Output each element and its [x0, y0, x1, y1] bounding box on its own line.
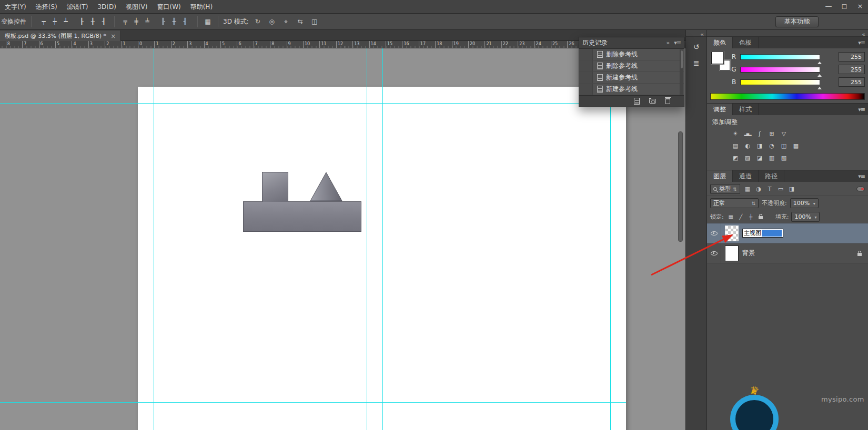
channel-value-field[interactable]: 255	[839, 65, 865, 74]
new-snapshot-button[interactable]	[649, 99, 656, 104]
slider-track[interactable]	[740, 67, 820, 73]
color-panel-tab-1[interactable]: 颜色	[707, 37, 733, 48]
menu-item-6[interactable]: 窗口(W)	[152, 0, 185, 14]
layer-visibility-cell[interactable]	[707, 223, 721, 243]
vibrance-icon[interactable]: ▽	[779, 129, 789, 139]
layers-panel-tab-1[interactable]: 图层	[707, 170, 733, 182]
channel-value-field[interactable]: 255	[839, 77, 865, 87]
3d-scale-icon[interactable]: ◫	[309, 16, 320, 27]
channel-mixer-icon[interactable]: ◫	[779, 141, 789, 151]
history-state-row[interactable]: 删除参考线	[579, 49, 684, 60]
history-state-row[interactable]: 删除参考线	[579, 60, 684, 72]
align-horizontal-centers-icon[interactable]: ╂	[87, 16, 98, 27]
distribute-top-edges-icon[interactable]: ╤	[120, 16, 130, 27]
color-lookup-icon[interactable]: ▦	[791, 141, 801, 151]
photo-filter-icon[interactable]: ◔	[766, 141, 777, 151]
panel-menu-icon[interactable]	[858, 173, 865, 180]
properties-panel-button[interactable]: ≣	[689, 56, 704, 70]
workspace-switcher-button[interactable]: 基本功能	[775, 16, 819, 27]
guide-horizontal[interactable]	[0, 402, 626, 403]
3d-rotate-icon[interactable]: ↻	[253, 16, 263, 27]
distribute-vertical-centers-icon[interactable]: ╪	[131, 16, 142, 27]
hue-saturation-icon[interactable]: ▤	[730, 141, 741, 151]
lock-transparency-icon[interactable]: ▦	[726, 212, 735, 221]
distribute-bottom-edges-icon[interactable]: ╧	[142, 16, 153, 27]
shape-filter-icon[interactable]: ▭	[776, 184, 786, 194]
history-state-row[interactable]: 新建参考线	[579, 84, 684, 95]
dock-collapse-bar[interactable]	[686, 30, 706, 37]
smart-object-filter-icon[interactable]: ◨	[787, 184, 797, 194]
layer-thumbnail[interactable]	[725, 245, 739, 261]
restore-button[interactable]: ◻	[836, 0, 852, 13]
lock-position-icon[interactable]: ┼	[746, 212, 755, 221]
menu-item-1[interactable]: 文字(Y)	[0, 0, 31, 14]
new-document-from-state-button[interactable]	[634, 98, 640, 105]
layer-visibility-cell[interactable]	[707, 243, 721, 263]
exposure-icon[interactable]: ⊞	[766, 129, 777, 139]
menu-item-5[interactable]: 视图(V)	[121, 0, 153, 14]
layers-panel-tab-2[interactable]: 通道	[733, 170, 759, 182]
document-tab[interactable]: 模板.psd @ 33.3% (图层 1, RGB/8) * ×	[0, 30, 121, 42]
fill-value-field[interactable]: 100%	[791, 212, 820, 222]
guide-horizontal[interactable]	[0, 103, 626, 104]
slider-track[interactable]	[740, 79, 820, 85]
color-spectrum-ramp[interactable]	[710, 93, 865, 100]
threshold-icon[interactable]: ◪	[754, 153, 765, 163]
auto-align-layers-icon[interactable]: ▦	[203, 16, 213, 27]
align-top-edges-icon[interactable]: ┯	[38, 16, 49, 27]
lock-all-icon[interactable]	[756, 212, 765, 221]
history-state-row[interactable]: 新建参考线	[579, 72, 684, 84]
history-scrollbar[interactable]	[680, 49, 683, 95]
black-white-icon[interactable]: ◨	[754, 141, 765, 151]
menu-item-2[interactable]: 选择(S)	[31, 0, 62, 14]
slider-track[interactable]	[740, 54, 820, 60]
slider-thumb[interactable]	[817, 72, 822, 77]
adjustment-filter-icon[interactable]: ◑	[754, 184, 764, 194]
panel-menu-icon[interactable]	[858, 106, 865, 113]
3d-roll-icon[interactable]: ◎	[267, 16, 277, 27]
color-balance-icon[interactable]: ◐	[742, 141, 753, 151]
close-button[interactable]: ×	[852, 0, 868, 13]
collapse-dock-icon[interactable]	[700, 28, 704, 38]
align-vertical-centers-icon[interactable]: ┿	[49, 16, 60, 27]
history-panel-header[interactable]: 历史记录	[579, 37, 684, 49]
menu-item-3[interactable]: 滤镜(T)	[62, 0, 93, 14]
distribute-horizontal-centers-icon[interactable]: ╫	[169, 16, 179, 27]
guide-vertical[interactable]	[367, 48, 367, 430]
selective-color-icon[interactable]: ▧	[779, 153, 789, 163]
invert-icon[interactable]: ◩	[730, 153, 741, 163]
collapse-dock-icon[interactable]	[862, 28, 865, 38]
distribute-right-edges-icon[interactable]: ╢	[180, 16, 190, 27]
menu-item-7[interactable]: 帮助(H)	[186, 0, 217, 14]
align-bottom-edges-icon[interactable]: ┷	[60, 16, 71, 27]
adjustments-panel-tab-1[interactable]: 调整	[707, 104, 733, 115]
opacity-value-field[interactable]: 100%	[790, 198, 819, 208]
layer-row[interactable]: 主视图	[707, 223, 868, 243]
delete-state-button[interactable]	[665, 98, 670, 104]
panel-menu-icon[interactable]	[858, 39, 865, 46]
pixel-filter-icon[interactable]: ▦	[743, 184, 753, 194]
3d-slide-icon[interactable]: ⇆	[295, 16, 306, 27]
3d-drag-icon[interactable]: ⌖	[281, 16, 291, 27]
history-source-cell[interactable]	[579, 49, 593, 60]
curves-icon[interactable]: ʃ	[754, 129, 765, 139]
align-left-edges-icon[interactable]: ┠	[76, 16, 87, 27]
channel-value-field[interactable]: 255	[839, 52, 865, 62]
blend-mode-select[interactable]: 正常	[710, 198, 759, 208]
filter-type-dropdown[interactable]: 类型	[710, 184, 740, 194]
minimize-button[interactable]: —	[821, 0, 836, 13]
history-source-cell[interactable]	[579, 60, 593, 71]
canvas-vertical-scrollbar[interactable]	[678, 131, 683, 242]
gradient-map-icon[interactable]: ▥	[766, 153, 777, 163]
filter-toggle-switch[interactable]	[856, 187, 865, 191]
history-source-cell[interactable]	[579, 72, 593, 83]
dock-collapse-bar[interactable]	[707, 30, 868, 37]
align-right-edges-icon[interactable]: ┨	[98, 16, 109, 27]
type-filter-icon[interactable]: T	[765, 184, 775, 194]
tab-close-icon[interactable]: ×	[110, 33, 116, 40]
posterize-icon[interactable]: ▨	[742, 153, 753, 163]
lock-pixels-icon[interactable]: ╱	[736, 212, 745, 221]
history-source-cell[interactable]	[579, 84, 593, 95]
guide-vertical[interactable]	[382, 48, 383, 430]
panel-menu-icon[interactable]	[674, 39, 681, 46]
